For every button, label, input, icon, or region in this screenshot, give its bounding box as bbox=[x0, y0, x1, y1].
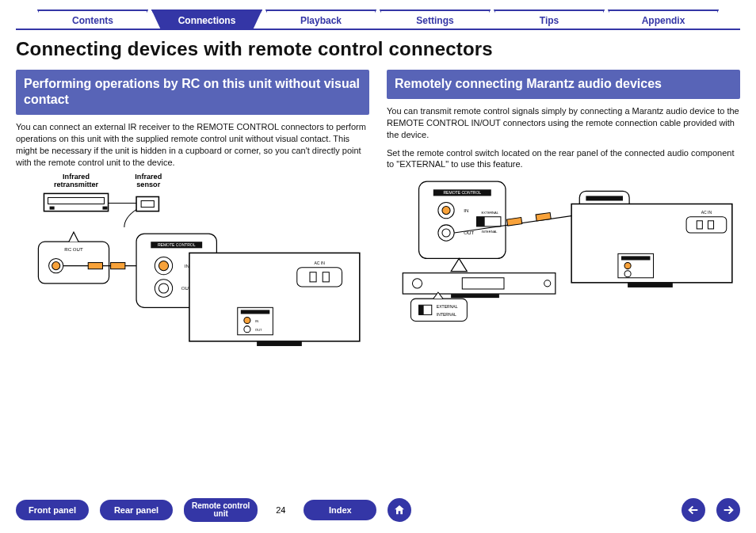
svg-rect-37 bbox=[586, 196, 623, 201]
svg-point-18 bbox=[244, 326, 250, 333]
home-icon bbox=[393, 504, 406, 516]
manual-page: Contents Connections Playback Settings T… bbox=[0, 0, 756, 533]
svg-text:OUT: OUT bbox=[255, 328, 262, 332]
svg-rect-28 bbox=[477, 217, 485, 227]
svg-rect-14 bbox=[257, 341, 302, 346]
svg-rect-20 bbox=[310, 272, 316, 282]
top-tab-row: Contents Connections Playback Settings T… bbox=[16, 10, 740, 30]
footer-index[interactable]: Index bbox=[304, 500, 376, 520]
left-paragraph: You can connect an external IR receiver … bbox=[16, 121, 369, 168]
svg-point-48 bbox=[624, 271, 631, 277]
svg-text:IN: IN bbox=[255, 319, 258, 323]
label-retransmitter: Infraredretransmitter bbox=[54, 173, 99, 189]
svg-rect-2 bbox=[102, 207, 107, 210]
right-paragraph-2: Set the remote control switch located on… bbox=[387, 147, 740, 171]
svg-point-6 bbox=[52, 262, 60, 270]
label-internal-sw: INTERNAL bbox=[437, 313, 456, 318]
svg-rect-1 bbox=[50, 207, 55, 210]
label-rc-out: RC OUT bbox=[64, 247, 83, 253]
label-internal-src: INTERNAL bbox=[482, 230, 498, 234]
footer-rear-panel[interactable]: Rear panel bbox=[100, 500, 173, 520]
right-column: Remotely connecting Marantz audio device… bbox=[387, 70, 740, 375]
tab-connections[interactable]: Connections bbox=[151, 10, 262, 29]
tab-tips[interactable]: Tips bbox=[494, 10, 605, 29]
right-section-heading: Remotely connecting Marantz audio device… bbox=[387, 70, 740, 99]
svg-rect-31 bbox=[462, 278, 504, 289]
label-in-left: IN bbox=[185, 263, 189, 268]
main-unit-chassis bbox=[189, 253, 360, 341]
footer-nav: Front panel Rear panel Remote control un… bbox=[16, 498, 740, 522]
svg-rect-15 bbox=[241, 310, 269, 314]
tab-contents[interactable]: Contents bbox=[37, 10, 148, 29]
arrow-left-icon bbox=[687, 504, 700, 516]
page-number: 24 bbox=[269, 505, 292, 515]
svg-point-16 bbox=[244, 318, 250, 324]
svg-rect-34 bbox=[451, 294, 499, 298]
left-column: Performing operations by RC on this unit… bbox=[16, 70, 369, 375]
next-page-button[interactable] bbox=[716, 498, 740, 522]
svg-point-13 bbox=[158, 284, 168, 293]
svg-rect-36 bbox=[419, 305, 424, 314]
svg-rect-44 bbox=[628, 283, 673, 287]
label-external-sw: EXTERNAL bbox=[437, 305, 458, 310]
page-title: Connecting devices with remote control c… bbox=[16, 38, 740, 60]
right-connection-diagram: REMOTE CONTROL IN OUT EXTERNAL INTERNAL bbox=[387, 173, 740, 342]
right-paragraph-1: You can transmit remote control signals … bbox=[387, 105, 740, 141]
home-button[interactable] bbox=[388, 498, 411, 522]
tab-appendix[interactable]: Appendix bbox=[608, 10, 719, 29]
svg-point-32 bbox=[412, 279, 422, 288]
svg-rect-21 bbox=[323, 272, 329, 282]
label-external-src: EXTERNAL bbox=[482, 211, 499, 215]
footer-remote-control-unit[interactable]: Remote control unit bbox=[184, 498, 258, 522]
left-section-heading: Performing operations by RC on this unit… bbox=[16, 70, 369, 115]
arrow-right-icon bbox=[722, 504, 735, 516]
svg-point-11 bbox=[158, 261, 168, 271]
svg-rect-29 bbox=[507, 218, 522, 227]
svg-rect-8 bbox=[111, 263, 125, 269]
label-ac-in-right: AC IN bbox=[701, 210, 712, 215]
svg-rect-0 bbox=[48, 198, 105, 204]
svg-point-47 bbox=[624, 263, 631, 269]
svg-point-33 bbox=[544, 280, 551, 287]
svg-rect-50 bbox=[708, 221, 713, 229]
left-connection-diagram: Infraredretransmitter Infraredsensor RC … bbox=[16, 171, 369, 371]
svg-rect-46 bbox=[621, 257, 650, 261]
label-remote-control-left: REMOTE CONTROL bbox=[158, 243, 196, 248]
svg-rect-7 bbox=[88, 263, 102, 269]
label-sensor: Infraredsensor bbox=[135, 173, 162, 189]
prev-page-button[interactable] bbox=[682, 498, 705, 522]
svg-point-26 bbox=[442, 229, 450, 237]
tab-settings[interactable]: Settings bbox=[380, 10, 491, 29]
svg-point-24 bbox=[442, 207, 450, 215]
label-ac-in-left: AC IN bbox=[314, 261, 325, 265]
svg-rect-30 bbox=[536, 213, 551, 222]
content-columns: Performing operations by RC on this unit… bbox=[16, 70, 740, 375]
tab-playback[interactable]: Playback bbox=[265, 10, 376, 29]
label-in-right: IN bbox=[464, 207, 468, 213]
svg-rect-49 bbox=[697, 221, 702, 229]
svg-rect-3 bbox=[141, 201, 154, 207]
label-remote-control-right: REMOTE CONTROL bbox=[443, 191, 481, 196]
footer-front-panel[interactable]: Front panel bbox=[16, 500, 89, 520]
